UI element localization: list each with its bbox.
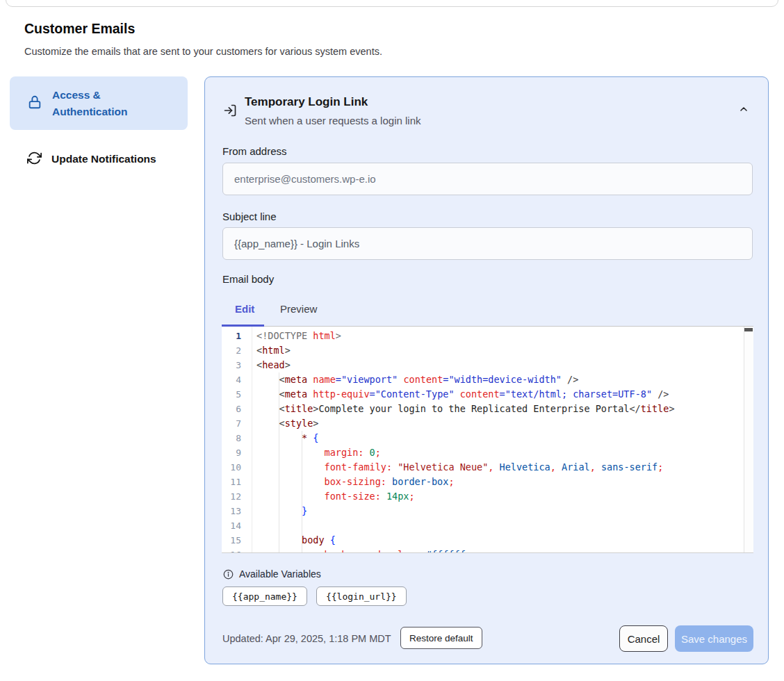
editor-scrollbar[interactable] <box>744 327 753 552</box>
variable-chip[interactable]: {{login_url}} <box>316 586 407 606</box>
code-line: <meta name="viewport" content="width=dev… <box>256 372 743 387</box>
code-line: <html> <box>256 343 743 358</box>
email-panel: Temporary Login Link Sent when a user re… <box>204 76 769 664</box>
line-number: 5 <box>222 387 254 402</box>
sidebar-item-label: Access & Authentication <box>52 87 142 120</box>
restore-default-button[interactable]: Restore default <box>400 627 482 649</box>
save-changes-button[interactable]: Save changes <box>675 625 753 652</box>
log-in-icon <box>223 104 237 120</box>
line-number: 1 <box>222 329 254 343</box>
tab-edit[interactable]: Edit <box>235 303 254 315</box>
chevron-up-icon <box>738 106 749 117</box>
scrollbar-thumb[interactable] <box>744 328 753 331</box>
line-number: 7 <box>222 416 254 431</box>
refresh-icon <box>27 151 42 168</box>
line-number: 13 <box>222 504 254 518</box>
email-body-label: Email body <box>222 273 274 285</box>
previous-section-card-edge <box>6 0 778 7</box>
code-line: } <box>256 504 743 518</box>
available-variables-label: Available Variables <box>239 568 321 580</box>
sidebar-item-access-authentication[interactable]: Access & Authentication <box>10 76 188 130</box>
line-number: 8 <box>222 431 254 445</box>
code-line: background-color: #ffffff; <box>256 548 743 553</box>
code-line: * { <box>256 431 743 445</box>
line-number: 10 <box>222 460 254 475</box>
code-line: font-size: 14px; <box>256 489 743 504</box>
from-address-input[interactable] <box>222 163 753 195</box>
line-number: 12 <box>222 489 254 504</box>
panel-title: Temporary Login Link <box>245 95 368 109</box>
line-number: 2 <box>222 343 254 358</box>
panel-subtitle: Sent when a user requests a login link <box>245 115 420 126</box>
active-tab-indicator <box>222 325 264 327</box>
subject-line-label: Subject line <box>222 211 277 222</box>
code-editor[interactable]: 12345678910111213141516 <!DOCTYPE html><… <box>222 326 753 553</box>
page-subtitle: Customize the emails that are sent to yo… <box>24 46 382 57</box>
tab-preview[interactable]: Preview <box>280 303 317 315</box>
code-line: <head> <box>256 358 743 372</box>
variable-chips: {{app_name}}{{login_url}} <box>222 586 407 606</box>
code-line: <!DOCTYPE html> <box>256 329 743 343</box>
subject-line-input[interactable] <box>222 227 753 260</box>
lock-icon <box>27 95 42 113</box>
editor-gutter: 12345678910111213141516 <box>222 329 254 553</box>
info-icon <box>223 569 234 582</box>
editor-code: <!DOCTYPE html><html><head> <meta name="… <box>256 329 743 553</box>
line-number: 9 <box>222 445 254 460</box>
line-number: 16 <box>222 548 254 553</box>
code-line: box-sizing: border-box; <box>256 475 743 489</box>
line-number: 14 <box>222 518 254 533</box>
line-number: 15 <box>222 533 254 548</box>
sidebar-item-update-notifications[interactable]: Update Notifications <box>10 142 188 176</box>
variable-chip[interactable]: {{app_name}} <box>222 586 307 606</box>
code-line: margin: 0; <box>256 445 743 460</box>
code-line: <style> <box>256 416 743 431</box>
from-address-label: From address <box>222 145 287 157</box>
code-line: font-family: "Helvetica Neue", Helvetica… <box>256 460 743 475</box>
code-line: <meta http-equiv="Content-Type" content=… <box>256 387 743 402</box>
updated-timestamp: Updated: Apr 29, 2025, 1:18 PM MDT <box>222 633 391 644</box>
line-number: 3 <box>222 358 254 372</box>
line-number: 6 <box>222 402 254 416</box>
code-line <box>256 518 743 533</box>
line-number: 4 <box>222 372 254 387</box>
line-number: 11 <box>222 475 254 489</box>
code-line: <title>Complete your login to the Replic… <box>256 402 743 416</box>
collapse-button[interactable] <box>736 102 751 117</box>
sidebar-item-label: Update Notifications <box>51 151 156 167</box>
cancel-button[interactable]: Cancel <box>619 625 668 652</box>
code-line: body { <box>256 533 743 548</box>
page-title: Customer Emails <box>24 21 135 37</box>
